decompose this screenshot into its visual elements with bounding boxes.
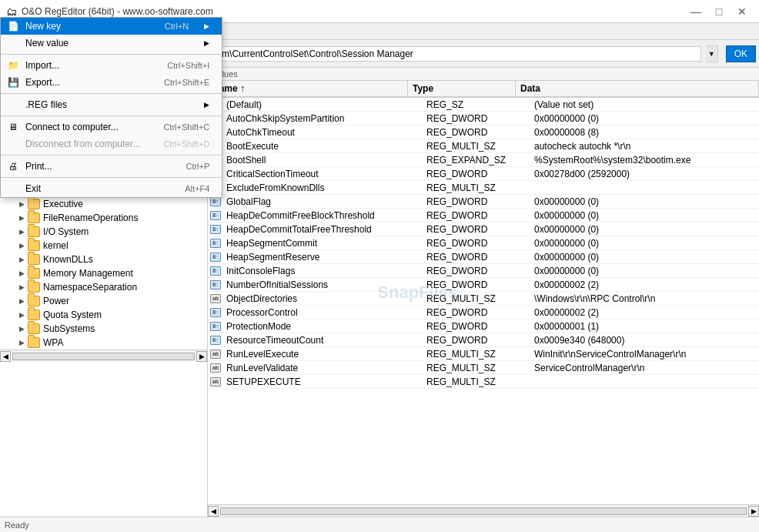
folder-icon <box>28 323 40 334</box>
table-row[interactable]: 8↑HeapSegmentCommitREG_DWORD0x00000000 (… <box>208 236 759 250</box>
new-value-label: New value <box>25 38 69 49</box>
path-dropdown-arrow[interactable]: ▼ <box>706 45 718 62</box>
registry-value-icon: ab <box>208 350 223 359</box>
table-row[interactable]: 8↑CriticalSectionTimeoutREG_DWORD0x00278… <box>208 167 759 181</box>
tree-item[interactable]: ▶Power <box>0 294 207 308</box>
menu-new-value[interactable]: New value ▶ <box>1 35 222 52</box>
registry-value-name: HeapDeCommitFreeBlockThreshold <box>223 209 423 222</box>
tree-item-label: Quota System <box>43 309 102 320</box>
tree-item[interactable]: ▶Quota System <box>0 308 207 322</box>
tree-expander[interactable]: ▶ <box>15 198 28 210</box>
tree-item[interactable]: ▶Executive <box>0 197 207 211</box>
tree-expander[interactable]: ▶ <box>15 267 28 279</box>
table-row[interactable]: abRunLevelExecuteREG_MULTI_SZWinInit\r\n… <box>208 347 759 361</box>
registry-value-type: REG_MULTI_SZ <box>423 293 531 305</box>
tree-item[interactable]: ▶kernel <box>0 239 207 253</box>
col-type[interactable]: Type <box>408 81 516 96</box>
folder-icon <box>28 309 40 320</box>
tree-item[interactable]: ▶FileRenameOperations <box>0 211 207 225</box>
table-row[interactable]: 8↑HeapSegmentReserveREG_DWORD0x00000000 … <box>208 250 759 264</box>
tree-item[interactable]: ▶SubSystems <box>0 322 207 336</box>
registry-value-name: CriticalSectionTimeout <box>223 168 423 180</box>
table-row[interactable]: 8↑HeapDeCommitTotalFreeThresholdREG_DWOR… <box>208 223 759 236</box>
reg-type-icon: 8↑ <box>210 197 221 206</box>
values-body[interactable]: ab(Default)REG_SZ(Value not set)8↑AutoCh… <box>208 98 759 504</box>
folder-icon <box>28 212 40 223</box>
table-row[interactable]: abExcludeFromKnownDllsREG_MULTI_SZ <box>208 181 759 195</box>
registry-value-type: REG_DWORD <box>423 320 531 333</box>
tree-item[interactable]: ▶I/O System <box>0 225 207 239</box>
tree-item[interactable]: ▶WPA <box>0 336 207 350</box>
tree-item[interactable]: ▶Memory Management <box>0 266 207 280</box>
registry-value-icon: 8↑ <box>208 211 223 220</box>
menu-new-key[interactable]: 📄 New key Ctrl+N ▶ <box>1 18 222 35</box>
menu-import[interactable]: 📁 Import... Ctrl+Shift+I <box>1 57 222 74</box>
menu-export[interactable]: 💾 Export... Ctrl+Shift+E <box>1 74 222 91</box>
tree-item[interactable]: ▶NamespaceSeparation <box>0 280 207 294</box>
values-scroll-left[interactable]: ◀ <box>208 506 219 517</box>
minimize-button[interactable]: — <box>685 4 707 19</box>
app-icon: 🗂 <box>6 5 17 18</box>
reg-type-icon: ab <box>210 377 221 386</box>
col-name[interactable]: Name ↑ <box>208 81 408 96</box>
tree-expander[interactable]: ▶ <box>15 309 28 321</box>
registry-value-name: ObjectDirectories <box>223 293 423 305</box>
folder-icon <box>28 296 40 306</box>
status-text: Ready <box>5 520 29 530</box>
registry-value-data: 0x00000008 (8) <box>531 126 759 139</box>
values-scroll-right[interactable]: ▶ <box>748 506 759 517</box>
tree-expander[interactable]: ▶ <box>15 253 28 266</box>
reg-type-icon: ab <box>210 350 221 359</box>
tree-scroll-left[interactable]: ◀ <box>0 351 11 362</box>
table-row[interactable]: abRunLevelValidateREG_MULTI_SZServiceCon… <box>208 361 759 375</box>
registry-value-data: 0x00000000 (0) <box>531 209 759 222</box>
tree-expander[interactable]: ▶ <box>15 212 28 224</box>
menu-print[interactable]: 🖨 Print... Ctrl+P <box>1 158 222 175</box>
registry-value-data: ServiceControlManager\r\n <box>531 362 759 374</box>
table-row[interactable]: 8↑ProtectionModeREG_DWORD0x00000001 (1) <box>208 320 759 333</box>
tree-expander[interactable]: ▶ <box>15 239 28 252</box>
table-row[interactable]: 8↑GlobalFlagREG_DWORD0x00000000 (0) <box>208 195 759 209</box>
menu-exit[interactable]: Exit Alt+F4 <box>1 180 222 197</box>
menu-connect[interactable]: 🖥 Connect to computer... Ctrl+Shift+C <box>1 119 222 136</box>
tree-scroll-right[interactable]: ▶ <box>196 351 207 362</box>
table-row[interactable]: abSETUPEXECUTEREG_MULTI_SZ <box>208 375 759 389</box>
tree-expander[interactable]: ▶ <box>15 336 28 349</box>
tree-expander[interactable]: ▶ <box>15 281 28 293</box>
tree-expander[interactable]: ▶ <box>15 295 28 307</box>
new-key-shortcut: Ctrl+N <box>165 22 189 31</box>
table-row[interactable]: abBootShellREG_EXPAND_SZ%SystemRoot%\sys… <box>208 153 759 167</box>
tree-expander[interactable]: ▶ <box>15 323 28 335</box>
export-shortcut: Ctrl+Shift+E <box>164 78 209 87</box>
new-key-icon: 📄 <box>7 20 19 32</box>
registry-value-icon: 8↑ <box>208 308 223 317</box>
tree-expander[interactable]: ▶ <box>15 226 28 238</box>
table-row[interactable]: 8↑HeapDeCommitFreeBlockThresholdREG_DWOR… <box>208 209 759 223</box>
import-label: Import... <box>25 60 59 71</box>
maximize-button[interactable]: □ <box>708 4 730 19</box>
table-row[interactable]: abBootExecuteREG_MULTI_SZautocheck autoc… <box>208 139 759 153</box>
table-row[interactable]: 8↑ResourceTimeoutCountREG_DWORD0x0009e34… <box>208 333 759 347</box>
table-row[interactable]: 8↑InitConsoleFlagsREG_DWORD0x00000000 (0… <box>208 264 759 278</box>
registry-value-type: REG_MULTI_SZ <box>423 140 531 152</box>
disconnect-icon <box>7 138 19 150</box>
title-text: O&O RegEditor (64bit) - www.oo-software.… <box>22 6 213 17</box>
menu-reg-files[interactable]: .REG files ▶ <box>1 96 222 113</box>
table-row[interactable]: abObjectDirectoriesREG_MULTI_SZ\Windows\… <box>208 292 759 306</box>
table-row[interactable]: 8↑AutoChkSkipSystemPartitionREG_DWORD0x0… <box>208 112 759 125</box>
registry-value-icon: 8↑ <box>208 197 223 206</box>
table-row[interactable]: 8↑ProcessorControlREG_DWORD0x00000002 (2… <box>208 306 759 320</box>
col-data[interactable]: Data <box>516 81 759 96</box>
close-button[interactable]: ✕ <box>731 4 753 19</box>
table-row[interactable]: 8↑NumberOfInitialSessionsREG_DWORD0x0000… <box>208 278 759 292</box>
table-row[interactable]: ab(Default)REG_SZ(Value not set) <box>208 98 759 112</box>
tree-item[interactable]: ▶KnownDLLs <box>0 253 207 266</box>
tree-item-label: KnownDLLs <box>43 254 93 265</box>
registry-value-data: 0x00000000 (0) <box>531 223 759 236</box>
table-row[interactable]: 8↑AutoChkTimeoutREG_DWORD0x00000008 (8) <box>208 125 759 139</box>
folder-icon <box>28 268 40 279</box>
tree-item-label: NamespaceSeparation <box>43 282 137 293</box>
connect-icon: 🖥 <box>7 121 19 133</box>
ok-button[interactable]: OK <box>726 45 756 62</box>
registry-value-type: REG_DWORD <box>423 251 531 263</box>
